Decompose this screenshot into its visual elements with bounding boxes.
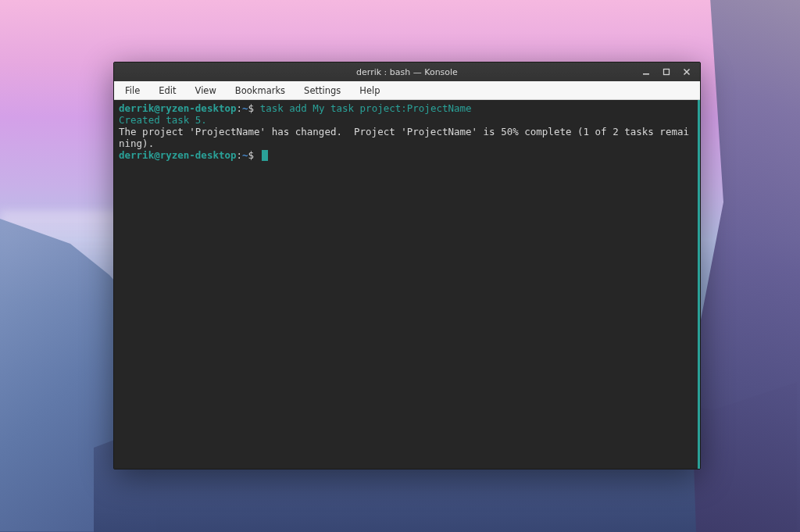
prompt-dollar: $ xyxy=(248,149,260,161)
command-text: task add My task project:ProjectName xyxy=(260,102,472,114)
close-button[interactable] xyxy=(677,63,697,80)
svg-rect-1 xyxy=(664,70,670,75)
svg-rect-0 xyxy=(643,73,649,75)
menu-settings[interactable]: Settings xyxy=(295,83,350,98)
minimize-icon xyxy=(642,68,650,76)
menubar: File Edit View Bookmarks Settings Help xyxy=(114,81,700,100)
terminal-line: derrik@ryzen-desktop:~$ xyxy=(119,149,268,161)
prompt-user-host: derrik@ryzen-desktop xyxy=(119,102,237,114)
menu-edit[interactable]: Edit xyxy=(149,83,185,98)
menu-help[interactable]: Help xyxy=(350,83,389,98)
maximize-button[interactable] xyxy=(656,63,677,80)
konsole-window: derrik : bash — Konsole File Edit View B… xyxy=(113,62,701,470)
prompt-path: ~ xyxy=(242,102,248,114)
minimize-button[interactable] xyxy=(636,63,656,80)
close-icon xyxy=(683,68,691,76)
window-title: derrik : bash — Konsole xyxy=(356,67,458,77)
terminal-output-created: Created task 5. xyxy=(119,114,207,126)
menu-bookmarks[interactable]: Bookmarks xyxy=(226,83,295,98)
window-controls xyxy=(636,62,697,81)
maximize-icon xyxy=(662,68,670,76)
prompt-dollar: $ xyxy=(248,102,260,114)
prompt-user-host: derrik@ryzen-desktop xyxy=(119,149,237,161)
menu-file[interactable]: File xyxy=(116,83,149,98)
prompt-colon: : xyxy=(237,102,243,114)
prompt-colon: : xyxy=(237,149,243,161)
menu-view[interactable]: View xyxy=(186,83,226,98)
terminal-line: derrik@ryzen-desktop:~$ task add My task… xyxy=(119,102,472,114)
terminal-output-line: The project 'ProjectName' has changed. P… xyxy=(119,126,689,149)
cursor-icon xyxy=(262,150,268,161)
wallpaper-mountain-right xyxy=(691,0,800,532)
terminal-area[interactable]: derrik@ryzen-desktop:~$ task add My task… xyxy=(114,100,700,469)
prompt-path: ~ xyxy=(242,149,248,161)
window-titlebar[interactable]: derrik : bash — Konsole xyxy=(114,62,700,81)
